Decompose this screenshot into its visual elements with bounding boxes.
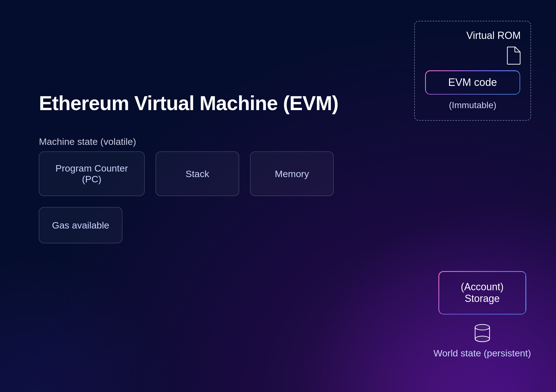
cylinder-icon — [474, 323, 491, 343]
virtual-rom-dashed-border: Virtual ROM EVM code (Immutable) — [414, 21, 531, 121]
program-counter-box: Program Counter(PC) — [39, 152, 145, 196]
gas-available-box: Gas available — [39, 207, 122, 243]
svg-point-1 — [475, 336, 490, 342]
document-icon — [506, 46, 521, 65]
machine-state-label: Machine state (volatile) — [39, 136, 136, 147]
gas-available-label: Gas available — [52, 220, 109, 231]
account-storage-box: (Account)Storage — [438, 271, 527, 315]
memory-box: Memory — [250, 152, 334, 196]
stack-label: Stack — [185, 168, 209, 179]
account-storage-label: (Account)Storage — [461, 281, 504, 304]
page-container: Ethereum Virtual Machine (EVM) Machine s… — [0, 0, 556, 392]
world-state-label: World state (persistent) — [433, 348, 531, 359]
virtual-rom-section: Virtual ROM EVM code (Immutable) — [414, 21, 531, 121]
program-counter-label: Program Counter(PC) — [56, 163, 128, 185]
memory-label: Memory — [275, 168, 309, 179]
machine-state-boxes: Program Counter(PC) Stack Memory — [39, 152, 334, 196]
virtual-rom-icon-area — [425, 46, 521, 65]
virtual-rom-label: Virtual ROM — [425, 30, 521, 41]
evm-code-label: EVM code — [448, 76, 497, 88]
evm-code-box: EVM code — [425, 70, 521, 95]
immutable-label: (Immutable) — [425, 100, 521, 110]
account-storage-section: (Account)Storage World state (persistent… — [433, 271, 531, 359]
bg-glow-blue — [0, 253, 167, 392]
stack-box: Stack — [156, 152, 239, 196]
svg-point-0 — [475, 324, 490, 330]
page-title: Ethereum Virtual Machine (EVM) — [39, 92, 338, 115]
world-state-section: World state (persistent) — [433, 323, 531, 359]
